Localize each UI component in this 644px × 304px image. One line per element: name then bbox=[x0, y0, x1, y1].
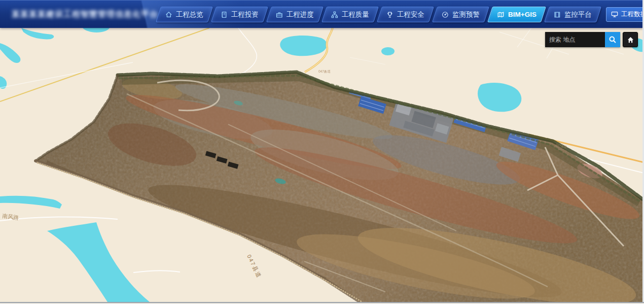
tab-monitoring-alert[interactable]: 监测预警 bbox=[432, 7, 489, 22]
tab-project-progress[interactable]: 工程进度 bbox=[266, 7, 324, 22]
map-3d-viewport[interactable]: 047县道 南风路 047县道 047县道 bbox=[0, 28, 644, 302]
search-box bbox=[545, 32, 620, 47]
search-button[interactable] bbox=[605, 32, 620, 47]
bim-gis-page: 某某某某建设工程智慧管理信息化平台 工程总览 工程投资 工程进度 工程质量 工程… bbox=[0, 0, 644, 304]
home-icon bbox=[165, 11, 172, 18]
monitor-icon bbox=[611, 11, 618, 18]
tab-project-investment[interactable]: 工程投资 bbox=[211, 7, 268, 22]
tab-video-platform[interactable]: 监控平台 bbox=[544, 7, 601, 22]
map-canvas: 047县道 南风路 047县道 047县道 bbox=[0, 28, 644, 302]
tab-bim-gis[interactable]: BIM+GIS bbox=[487, 7, 546, 22]
home-icon bbox=[627, 36, 634, 44]
map-icon bbox=[497, 11, 505, 18]
map-search-bar bbox=[545, 32, 638, 47]
trophy-icon bbox=[386, 11, 393, 18]
document-icon bbox=[221, 11, 228, 18]
map-home-button[interactable] bbox=[623, 32, 638, 47]
sitemap-icon bbox=[331, 11, 338, 18]
tab-project-safety[interactable]: 工程安全 bbox=[377, 7, 434, 22]
film-icon bbox=[554, 11, 561, 18]
app-logo: 某某某某建设工程智慧管理信息化平台 bbox=[7, 9, 158, 20]
tab-project-quality[interactable]: 工程质量 bbox=[321, 7, 379, 22]
tab-project-data-management[interactable]: 工程数据管理 bbox=[606, 7, 644, 22]
briefcase-icon bbox=[276, 11, 283, 18]
road-label-top: 047县道 bbox=[318, 70, 331, 73]
top-navigation-bar: 某某某某建设工程智慧管理信息化平台 工程总览 工程投资 工程进度 工程质量 工程… bbox=[0, 0, 644, 28]
window-frame-bottom bbox=[0, 302, 644, 304]
search-input[interactable] bbox=[545, 32, 605, 47]
app-title: 某某某某建设工程智慧管理信息化平台 bbox=[12, 9, 158, 20]
tab-project-overview[interactable]: 工程总览 bbox=[156, 7, 213, 22]
gauge-icon bbox=[442, 11, 449, 18]
main-nav: 工程总览 工程投资 工程进度 工程质量 工程安全 监测预警 BIM+GIS 监控… bbox=[158, 7, 644, 22]
search-icon bbox=[609, 36, 617, 44]
